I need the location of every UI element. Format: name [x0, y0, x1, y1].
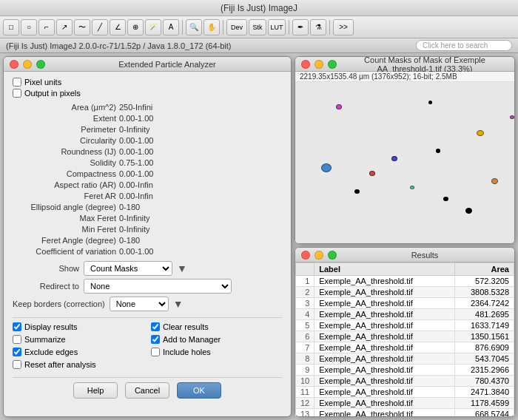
- results-close-button[interactable]: [301, 251, 310, 260]
- results-maximize-button[interactable]: [328, 251, 337, 260]
- results-window: Results Label Area 1Exemple_AA_threshold…: [295, 247, 515, 417]
- table-row[interactable]: 9Exemple_AA_threshold.tif2315.2966: [296, 365, 514, 376]
- row-area: 1178.4599: [455, 398, 514, 409]
- close-button[interactable]: [10, 60, 18, 69]
- keep-borders-select[interactable]: None: [110, 297, 169, 311]
- param-label: Extent: [13, 113, 116, 123]
- row-label: Exemple_AA_threshold.tif: [314, 398, 455, 409]
- param-label: Compactness: [13, 169, 116, 179]
- tool-flask[interactable]: ⚗: [310, 19, 326, 35]
- param-value: 0.00-1.00: [119, 169, 193, 179]
- row-num: 5: [296, 320, 314, 331]
- table-row[interactable]: 12Exemple_AA_threshold.tif1178.4599: [296, 398, 514, 409]
- statusbar-info: (Fiji Is Just) ImageJ 2.0.0-rc-71/1.52p …: [6, 41, 231, 50]
- image-title: Count Masks of Mask of Exemple AA_thresh…: [341, 55, 508, 73]
- tool-poly[interactable]: ⌐: [38, 19, 55, 35]
- option-checkbox[interactable]: [13, 335, 21, 344]
- option-checkbox[interactable]: [151, 322, 160, 331]
- row-label: Exemple_AA_threshold.tif: [314, 353, 455, 365]
- maximize-button[interactable]: [36, 60, 45, 69]
- table-row[interactable]: 5Exemple_AA_threshold.tif1633.7149: [296, 320, 514, 331]
- table-row[interactable]: 6Exemple_AA_threshold.tif1350.1561: [296, 331, 514, 342]
- param-value: 0.00-1.00: [119, 246, 193, 257]
- param-label: Feret AR: [13, 191, 116, 201]
- minimize-button[interactable]: [23, 60, 32, 69]
- pixel-units-checkbox[interactable]: [13, 78, 21, 87]
- tool-freehand[interactable]: 〜: [74, 19, 90, 35]
- pixel-units-label: Pixel units: [24, 78, 61, 87]
- search-box[interactable]: Click here to search: [416, 40, 512, 51]
- pixel-units-row: Pixel units: [13, 78, 282, 87]
- tool-arrow[interactable]: ↗: [56, 19, 73, 35]
- table-row[interactable]: 10Exemple_AA_threshold.tif780.4370: [296, 376, 514, 387]
- toolbar-separator3: [289, 20, 289, 35]
- option-checkbox[interactable]: [13, 360, 21, 369]
- image-dot: [443, 197, 448, 201]
- results-table[interactable]: Label Area 1Exemple_AA_threshold.tif572.…: [295, 262, 514, 416]
- option-checkbox[interactable]: [13, 322, 21, 331]
- image-maximize-button[interactable]: [328, 60, 337, 69]
- row-label: Exemple_AA_threshold.tif: [314, 276, 455, 287]
- tool-pen[interactable]: ✒: [292, 19, 309, 35]
- image-titlebar: Count Masks of Mask of Exemple AA_thresh…: [295, 57, 514, 72]
- table-row[interactable]: 1Exemple_AA_threshold.tif572.3205: [296, 276, 514, 287]
- row-label: Exemple_AA_threshold.tif: [314, 298, 455, 309]
- tool-rect[interactable]: □: [3, 19, 19, 35]
- output-pixels-checkbox[interactable]: [13, 89, 21, 98]
- cancel-button[interactable]: Cancel: [125, 382, 169, 399]
- tool-line[interactable]: ╱: [92, 19, 108, 35]
- keep-borders-row: Keep borders (correction) None ▼: [13, 297, 282, 311]
- results-minimize-button[interactable]: [314, 251, 323, 260]
- show-select[interactable]: Count Masks: [84, 261, 172, 276]
- row-area: 668.5744: [455, 409, 514, 417]
- image-minimize-button[interactable]: [314, 60, 323, 69]
- tool-lut[interactable]: LUT: [268, 19, 286, 35]
- tool-wand[interactable]: 🪄: [145, 19, 161, 35]
- tool-oval[interactable]: ○: [21, 19, 37, 35]
- table-row[interactable]: 8Exemple_AA_threshold.tif543.7045: [296, 353, 514, 365]
- image-dot: [465, 208, 472, 214]
- option-checkbox[interactable]: [151, 335, 160, 344]
- table-row[interactable]: 3Exemple_AA_threshold.tif2364.7242: [296, 298, 514, 309]
- epa-titlebar: Extended Particle Analyzer: [4, 57, 291, 72]
- tool-angle[interactable]: ∠: [110, 19, 126, 35]
- toolbar-separator2: [223, 20, 223, 35]
- right-side: Count Masks of Mask of Exemple AA_thresh…: [295, 53, 518, 420]
- tool-stk[interactable]: Stk: [249, 19, 266, 35]
- help-button[interactable]: Help: [73, 382, 118, 399]
- table-row[interactable]: 11Exemple_AA_threshold.tif2471.3840: [296, 387, 514, 398]
- show-row: Show Count Masks ▼: [13, 261, 282, 276]
- option-row: Display results: [13, 322, 144, 331]
- image-canvas[interactable]: [295, 82, 514, 243]
- row-label: Exemple_AA_threshold.tif: [314, 409, 455, 417]
- option-checkbox[interactable]: [151, 348, 160, 356]
- option-row: Add to Manager: [151, 335, 282, 344]
- tool-zoom[interactable]: 🔍: [186, 19, 202, 35]
- option-label: Reset after analysis: [24, 360, 96, 369]
- image-dot: [428, 101, 432, 104]
- table-row[interactable]: 13Exemple_AA_threshold.tif668.5744: [296, 409, 514, 417]
- row-area: 543.7045: [455, 353, 514, 365]
- row-num: 1: [296, 276, 314, 287]
- option-label: Add to Manager: [163, 335, 221, 344]
- option-checkbox[interactable]: [13, 348, 21, 356]
- results-titlebar: Results: [295, 248, 514, 262]
- tool-dev[interactable]: Dev: [226, 19, 247, 35]
- param-value: 0.00-1.00: [119, 113, 193, 123]
- tool-hand[interactable]: ✋: [204, 19, 220, 35]
- ok-button[interactable]: OK: [177, 382, 221, 399]
- param-label: Perimeter: [13, 124, 116, 135]
- tool-point[interactable]: ⊕: [127, 19, 144, 35]
- table-row[interactable]: 7Exemple_AA_threshold.tif876.6909: [296, 342, 514, 353]
- option-label: Include holes: [163, 348, 211, 356]
- tool-text[interactable]: A: [163, 19, 179, 35]
- table-row[interactable]: 4Exemple_AA_threshold.tif481.2695: [296, 309, 514, 320]
- row-area: 3808.5328: [455, 287, 514, 298]
- table-row[interactable]: 2Exemple_AA_threshold.tif3808.5328: [296, 287, 514, 298]
- col-header-label: Label: [314, 263, 455, 276]
- image-close-button[interactable]: [301, 60, 310, 69]
- image-dot: [321, 163, 332, 172]
- redirect-select[interactable]: None: [84, 279, 232, 294]
- tool-more[interactable]: >>: [333, 19, 354, 35]
- param-label: Max Feret: [13, 213, 116, 223]
